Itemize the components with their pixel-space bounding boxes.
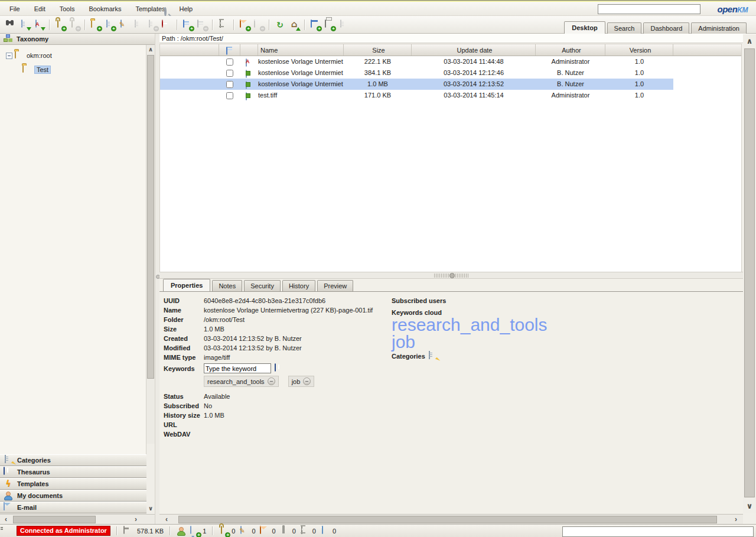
column-name[interactable]: Name [258,44,344,56]
create-folder-button[interactable] [89,18,102,32]
column-update-date[interactable]: Update date [412,44,536,56]
thesaurus-book-icon[interactable] [275,363,276,372]
sidebar-header-taxonomy[interactable]: Taxonomy [0,34,155,45]
lock-add-icon[interactable] [221,526,222,534]
home-button[interactable] [288,18,301,32]
cloud-keyword[interactable]: job [392,333,743,350]
table-row[interactable]: kostenlose Vorlage Untermiet 384.1 KB 03… [160,67,741,79]
add-document-button[interactable] [103,18,116,32]
remove-keyword-icon[interactable] [268,377,275,385]
scroll-left-icon[interactable] [1,515,11,524]
add-property-group-button[interactable] [181,18,194,32]
tab-security[interactable]: Security [244,280,281,291]
scrollbar-thumb[interactable] [147,55,154,379]
tree-node-okm-root[interactable]: okm:root [0,51,155,60]
tab-history[interactable]: History [282,280,315,291]
column-size[interactable]: Size [344,44,412,56]
remove-keyword-icon[interactable] [303,377,311,385]
download-document-button[interactable] [18,18,31,32]
sidebar-item-templates[interactable]: Templates [0,478,146,490]
tab-properties[interactable]: Properties [163,279,210,291]
column-blank[interactable] [160,44,219,56]
scroll-right-icon[interactable] [731,515,741,524]
tree-node-test[interactable]: Test [0,65,155,74]
tab-administration[interactable]: Administration [691,22,747,34]
tab-dashboard[interactable]: Dashboard [643,22,689,34]
scrollbar-thumb[interactable] [13,516,96,523]
scroll-down-icon[interactable] [146,504,155,513]
tab-preview[interactable]: Preview [317,280,353,291]
view-document-button[interactable] [337,18,350,32]
table-row-selected[interactable]: kostenlose Vorlage Untermiet 1.0 MB 03-0… [160,79,741,90]
magnifier-icon[interactable] [164,7,167,17]
sidebar-item-categories[interactable]: Categories [0,454,146,466]
content-vertical-scrollbar[interactable] [743,34,756,513]
tag-icon[interactable] [322,526,323,534]
collapse-icon[interactable] [6,53,12,59]
content-horizontal-scrollbar[interactable] [159,514,743,524]
menu-file[interactable]: File [9,5,20,12]
download-pdf-button[interactable] [32,18,45,32]
lock-button[interactable] [54,18,67,32]
sidebar-item-my-documents[interactable]: My documents [0,490,146,502]
file-name[interactable]: kostenlose Vorlage Untermiet [258,79,344,90]
scrollbar-thumb[interactable] [744,48,755,497]
column-version[interactable]: Version [605,44,673,56]
keyword-input[interactable] [204,363,271,373]
sidebar-item-thesaurus[interactable]: Thesaurus [0,466,146,478]
cancel-checkout-button[interactable] [146,18,159,32]
table-row[interactable]: kostenlose Vorlage Untermiet 222.1 KB 03… [160,56,741,67]
document-edit-icon[interactable] [240,526,242,534]
print-button[interactable] [323,18,336,32]
remove-property-group-button[interactable] [195,18,208,32]
row-checkbox[interactable] [226,58,233,66]
menu-templates[interactable]: Templates [135,5,165,12]
tab-notes[interactable]: Notes [212,280,242,291]
column-author[interactable]: Author [536,44,605,56]
column-select[interactable] [219,44,240,56]
statusbar-input[interactable] [562,526,754,537]
unlock-button[interactable] [68,18,81,32]
notepad-add-icon[interactable] [429,351,430,359]
row-checkbox[interactable] [226,70,233,77]
file-name[interactable]: test.tiff [258,90,344,101]
checkout-document-button[interactable] [132,18,145,32]
cloud-keyword[interactable]: research_and_tools [392,316,743,333]
scroll-up-icon[interactable] [146,45,155,54]
envelope-icon[interactable] [260,526,261,534]
refresh-button[interactable] [273,18,286,32]
splitter-knob-icon[interactable] [449,273,455,278]
menu-help[interactable]: Help [180,5,193,12]
document-checkout-icon [135,19,136,28]
table-row[interactable]: test.tiff 171.0 KB 03-03-2014 11:45:14 A… [160,90,741,101]
sidebar-item-email[interactable]: E-mail [0,502,146,513]
file-name[interactable]: kostenlose Vorlage Untermiet [258,56,344,67]
edit-document-button[interactable] [118,18,131,32]
unsubscribe-button[interactable] [252,18,265,32]
row-checkbox[interactable] [226,81,233,88]
row-checkbox[interactable] [226,92,233,99]
quick-search-input[interactable] [598,4,700,14]
subscribe-button[interactable] [238,18,251,32]
menu-bookmarks[interactable]: Bookmarks [89,5,121,12]
scroll-right-icon[interactable] [131,515,141,524]
scroll-up-icon[interactable] [743,35,756,47]
sidebar-horizontal-scrollbar[interactable] [0,514,155,524]
file-name[interactable]: kostenlose Vorlage Untermiet [258,67,344,79]
add-to-desktop-button[interactable] [309,18,322,32]
chat-add-icon[interactable] [190,526,191,534]
menu-tools[interactable]: Tools [60,5,75,12]
delete-button[interactable] [160,18,173,32]
tab-desktop[interactable]: Desktop [564,21,605,34]
scrollbar-thumb[interactable] [178,516,717,523]
clip-icon[interactable] [282,525,285,533]
sidebar-vertical-scrollbar[interactable] [146,45,155,455]
find-button[interactable] [4,18,17,32]
scroll-down-icon[interactable] [743,500,756,512]
horizontal-splitter[interactable] [159,272,743,279]
menu-edit[interactable]: Edit [34,5,45,12]
tab-search[interactable]: Search [607,22,642,34]
column-type[interactable] [240,44,258,56]
scroll-left-icon[interactable] [162,515,171,524]
start-workflow-button[interactable] [217,18,230,32]
